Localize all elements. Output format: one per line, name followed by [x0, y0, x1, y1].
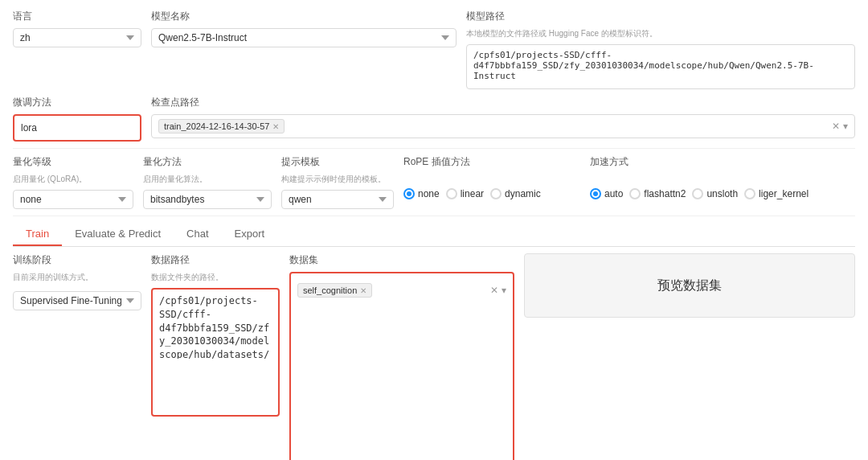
train-stage-sublabel: 目前采用的训练方式。 — [13, 272, 141, 283]
dataset-tag-input[interactable]: self_cognition ✕ ✕ ▾ — [297, 278, 506, 302]
quant-method-field: 量化方法 启用的量化算法。 bitsandbytes — [143, 155, 272, 209]
dataset-path-label: 数据路径 — [151, 253, 280, 267]
prompt-template-label: 提示模板 — [281, 155, 394, 169]
accelerate-radio-group: auto flashattn2 unsloth liger_kernel — [590, 188, 855, 199]
checkpoint-label: 检查点路径 — [151, 96, 855, 109]
checkpoint-input[interactable]: train_2024-12-16-14-30-57 ✕ ✕ ▾ — [151, 114, 855, 138]
accelerate-field: 加速方式 auto flashattn2 unsloth liger_kerne… — [590, 155, 855, 199]
tab-chat[interactable]: Chat — [174, 223, 221, 246]
tab-evaluate[interactable]: Evaluate & Predict — [62, 223, 174, 246]
model-path-input[interactable] — [466, 44, 855, 89]
quant-method-sublabel: 启用的量化算法。 — [143, 174, 272, 185]
finetune-field: 微调方法 lora — [13, 96, 141, 142]
accelerate-label: 加速方式 — [590, 155, 855, 169]
quant-method-select[interactable]: bitsandbytes — [143, 190, 272, 209]
dataset-label: 数据集 — [289, 253, 514, 267]
train-stage-select[interactable]: Supervised Fine-Tuning — [13, 291, 141, 310]
model-name-label: 模型名称 — [151, 10, 457, 23]
prompt-template-select[interactable]: qwen — [281, 190, 394, 209]
language-label: 语言 — [13, 10, 141, 23]
quant-level-select[interactable]: none — [13, 190, 133, 209]
finetune-section: 微调方法 lora 检查点路径 train_2024-12-16-14-30-5… — [13, 96, 855, 142]
train-content: 训练阶段 目前采用的训练方式。 Supervised Fine-Tuning 数… — [13, 253, 855, 460]
checkpoint-tag: train_2024-12-16-14-30-57 ✕ — [158, 119, 285, 133]
dataset-path-box — [151, 288, 280, 417]
tab-train[interactable]: Train — [13, 223, 62, 246]
checkpoint-clear-icon[interactable]: ✕ — [832, 121, 840, 132]
accel-radio-unsloth[interactable] — [692, 188, 703, 199]
finetune-box: lora — [13, 114, 141, 142]
model-name-field: 模型名称 Qwen2.5-7B-Instruct — [151, 10, 457, 47]
prompt-template-sublabel: 构建提示示例时使用的模板。 — [281, 174, 394, 185]
model-name-select[interactable]: Qwen2.5-7B-Instruct — [151, 28, 457, 47]
model-path-hint: 本地模型的文件路径或 Hugging Face 的模型标识符。 — [466, 28, 855, 39]
dataset-tag: self_cognition ✕ — [297, 283, 372, 298]
rope-option-none[interactable]: none — [403, 188, 440, 199]
prompt-template-field: 提示模板 构建提示示例时使用的模板。 qwen — [281, 155, 394, 209]
checkpoint-dropdown-icon[interactable]: ▾ — [843, 121, 848, 132]
train-stage-label: 训练阶段 — [13, 253, 141, 267]
quant-level-field: 量化等级 启用量化 (QLoRA)。 none — [13, 155, 133, 209]
dataset-path-input[interactable] — [159, 294, 272, 359]
accel-option-liger[interactable]: liger_kernel — [744, 188, 809, 199]
dataset-tag-close[interactable]: ✕ — [360, 286, 366, 295]
quant-level-sublabel: 启用量化 (QLoRA)。 — [13, 174, 133, 185]
accel-option-auto[interactable]: auto — [590, 188, 623, 199]
dataset-path-field: 数据路径 数据文件夹的路径。 — [151, 253, 280, 417]
dataset-path-sublabel: 数据文件夹的路径。 — [151, 272, 280, 283]
train-stage-field: 训练阶段 目前采用的训练方式。 Supervised Fine-Tuning — [13, 253, 141, 310]
rope-label: RoPE 插值方法 — [403, 155, 580, 169]
dataset-box: self_cognition ✕ ✕ ▾ — [289, 272, 514, 460]
dataset-clear-icon[interactable]: ✕ — [490, 285, 498, 296]
language-select[interactable]: zh — [13, 28, 141, 47]
checkpoint-field: 检查点路径 train_2024-12-16-14-30-57 ✕ ✕ ▾ — [151, 96, 855, 138]
quant-level-label: 量化等级 — [13, 155, 133, 169]
preview-dataset-button[interactable]: 预览数据集 — [524, 253, 855, 318]
finetune-label: 微调方法 — [13, 96, 141, 109]
language-field: 语言 zh — [13, 10, 141, 47]
quant-method-label: 量化方法 — [143, 155, 272, 169]
rope-field: RoPE 插值方法 none linear dynamic — [403, 155, 580, 199]
accel-radio-liger[interactable] — [744, 188, 755, 199]
tab-export[interactable]: Export — [222, 223, 278, 246]
checkpoint-clear: ✕ ▾ — [832, 121, 848, 132]
accel-option-flashattn2[interactable]: flashattn2 — [629, 188, 686, 199]
top-section: 语言 zh 模型名称 Qwen2.5-7B-Instruct 模型路径 本地模型… — [13, 10, 855, 89]
accel-radio-auto[interactable] — [590, 188, 601, 199]
rope-radio-linear[interactable] — [446, 188, 457, 199]
model-path-label: 模型路径 — [466, 10, 855, 23]
tabs: Train Evaluate & Predict Chat Export — [13, 223, 855, 247]
accel-radio-flashattn2[interactable] — [629, 188, 641, 199]
dataset-field: 数据集 self_cognition ✕ ✕ ▾ — [289, 253, 514, 460]
rope-option-linear[interactable]: linear — [446, 188, 484, 199]
rope-radio-dynamic[interactable] — [490, 188, 502, 199]
rope-option-dynamic[interactable]: dynamic — [490, 188, 541, 199]
dataset-clear: ✕ ▾ — [490, 285, 506, 296]
rope-radio-none[interactable] — [403, 188, 415, 199]
finetune-select[interactable]: lora — [21, 121, 133, 135]
dataset-dropdown-icon[interactable]: ▾ — [502, 285, 506, 296]
model-path-field: 模型路径 本地模型的文件路径或 Hugging Face 的模型标识符。 — [466, 10, 855, 89]
main-page: 语言 zh 模型名称 Qwen2.5-7B-Instruct 模型路径 本地模型… — [0, 0, 868, 460]
quant-section: 量化等级 启用量化 (QLoRA)。 none 量化方法 启用的量化算法。 bi… — [13, 148, 855, 216]
accel-option-unsloth[interactable]: unsloth — [692, 188, 738, 199]
rope-radio-group: none linear dynamic — [403, 188, 580, 199]
checkpoint-tag-close[interactable]: ✕ — [272, 122, 279, 131]
